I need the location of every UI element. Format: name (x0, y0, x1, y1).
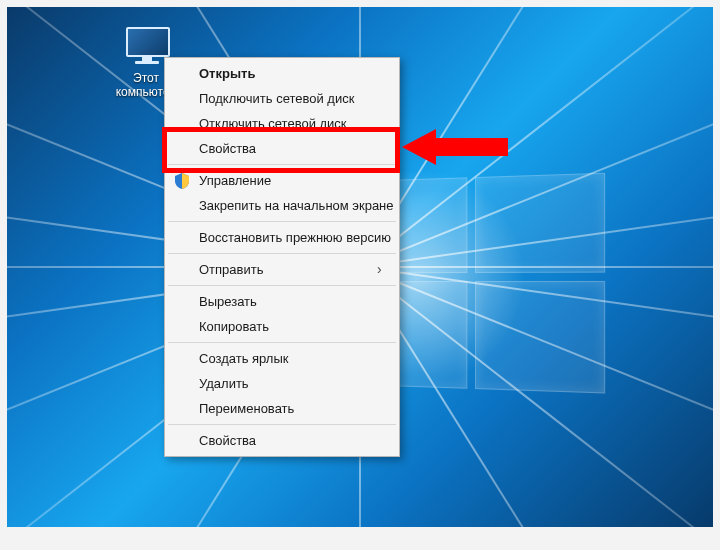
menu-item-cut[interactable]: Вырезать (167, 289, 397, 314)
shield-icon (175, 172, 189, 188)
computer-icon (123, 27, 169, 67)
chevron-right-icon: › (377, 264, 387, 274)
menu-separator (168, 424, 396, 425)
menu-item-unmap-drive[interactable]: Отключить сетевой диск (167, 111, 397, 136)
menu-separator (168, 164, 396, 165)
menu-item-rename[interactable]: Переименовать (167, 396, 397, 421)
menu-item-properties-2[interactable]: Свойства (167, 428, 397, 453)
annotation-arrow (402, 129, 522, 169)
menu-item-pin-start[interactable]: Закрепить на начальном экране (167, 193, 397, 218)
menu-separator (168, 342, 396, 343)
menu-item-restore-previous[interactable]: Восстановить прежнюю версию (167, 225, 397, 250)
menu-item-copy[interactable]: Копировать (167, 314, 397, 339)
windows-desktop[interactable]: Этот компьютер Открыть Подключить сетево… (7, 7, 713, 527)
menu-item-map-drive[interactable]: Подключить сетевой диск (167, 86, 397, 111)
menu-item-delete[interactable]: Удалить (167, 371, 397, 396)
menu-separator (168, 285, 396, 286)
menu-item-create-shortcut[interactable]: Создать ярлык (167, 346, 397, 371)
menu-separator (168, 253, 396, 254)
menu-item-open[interactable]: Открыть (167, 61, 397, 86)
menu-item-manage[interactable]: Управление (167, 168, 397, 193)
menu-item-properties-1[interactable]: Свойства (167, 136, 397, 161)
context-menu: Открыть Подключить сетевой диск Отключит… (164, 57, 400, 457)
menu-item-send-to[interactable]: Отправить › (167, 257, 397, 282)
menu-separator (168, 221, 396, 222)
